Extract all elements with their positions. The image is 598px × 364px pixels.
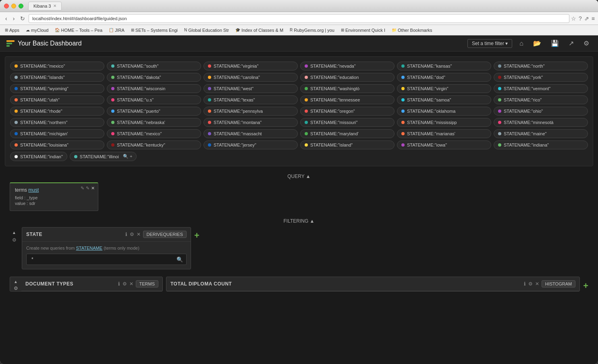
duplicate-icon[interactable]: ✎ (86, 186, 89, 191)
doc-close-btn[interactable]: ✕ (129, 281, 133, 287)
diploma-info-btn[interactable]: ℹ (524, 281, 526, 287)
menu-icon[interactable]: ≡ (592, 15, 595, 22)
state-tag[interactable]: STATENAME:"vermont" (494, 84, 588, 93)
save-icon[interactable]: 💾 (548, 38, 561, 48)
state-tag[interactable]: STATENAME:"education (300, 73, 395, 82)
close-button[interactable] (4, 4, 9, 8)
share-icon[interactable]: ↗ (566, 38, 576, 48)
tab-close-icon[interactable]: ✕ (53, 4, 56, 8)
diploma-close-btn[interactable]: ✕ (535, 281, 539, 287)
bookmark-env[interactable]: ⊞ Environment Quick I (339, 27, 387, 33)
cast-icon[interactable]: ⇗ (584, 15, 589, 22)
state-tag[interactable]: STATENAME:"virginia" (203, 62, 298, 70)
bookmark-apps[interactable]: ⊞ Apps (3, 27, 21, 33)
refresh-button[interactable]: ↻ (18, 14, 27, 23)
state-tag[interactable]: STATENAME:"michigan' (10, 129, 104, 138)
settings-icon[interactable]: ⚙ (581, 38, 592, 48)
derive-queries-btn[interactable]: DERIVEQUERIES (143, 231, 187, 238)
state-tag[interactable]: STATENAME:"utah" (10, 95, 104, 104)
state-tag[interactable]: STATENAME:"oregon" (300, 107, 395, 116)
state-tag[interactable]: STATENAME:"ohio" (494, 107, 588, 116)
state-tag[interactable]: STATENAME:"kentucky" (107, 141, 201, 149)
state-tag[interactable]: STATENAME:"texas" (203, 95, 298, 104)
filter-gear-btn[interactable]: ⚙ (130, 232, 134, 237)
browser-tab[interactable]: Kibana 3 ✕ (28, 2, 62, 10)
state-tag[interactable]: STATENAME:"nevada" (300, 62, 395, 70)
state-tag[interactable]: STATENAME:"west" (203, 84, 298, 93)
state-tag[interactable]: STATENAME:"mexico" (10, 62, 104, 70)
state-tag[interactable]: STATENAME:"puerto" (107, 107, 201, 116)
delete-icon[interactable]: ✕ (91, 186, 95, 191)
state-tag[interactable]: STATENAME:"oklahoma (397, 107, 491, 116)
doc-info-btn[interactable]: ℹ (118, 281, 120, 287)
doc-gear-btn[interactable]: ⚙ (123, 281, 127, 287)
state-tag[interactable]: STATENAME:"island" (300, 141, 395, 149)
bookmark-home[interactable]: 🏠 HOME – Tools – Pea (53, 27, 104, 33)
state-tag[interactable]: STATENAME:"dakota" (107, 73, 201, 82)
state-tag[interactable]: STATENAME:"dod" (397, 73, 491, 82)
state-tag[interactable]: STATENAME:"montana" (203, 118, 298, 127)
help-icon[interactable]: ? (579, 15, 582, 22)
bookmark-global-ed[interactable]: N Global Education Str (183, 27, 230, 33)
state-tag[interactable]: STATENAME:"massacht (203, 129, 298, 138)
state-tag[interactable]: STATENAME:"wisconsin (107, 84, 201, 93)
query-section-header[interactable]: QUERY ▲ (5, 170, 593, 182)
state-tag[interactable]: STATENAME:"u.s" (107, 95, 201, 104)
home-nav-icon[interactable]: ⌂ (517, 39, 526, 48)
state-tag[interactable]: STATENAME:"north" (494, 62, 588, 70)
forward-button[interactable]: › (11, 14, 17, 23)
filter-info-btn[interactable]: ℹ (125, 232, 127, 237)
diploma-gear-btn[interactable]: ⚙ (528, 281, 533, 287)
filter-settings-btn[interactable]: ⚙ (10, 237, 19, 243)
state-tag[interactable]: STATENAME:"virgin" (397, 84, 491, 93)
filter-close-btn[interactable]: ✕ (137, 232, 141, 237)
back-button[interactable]: ‹ (3, 14, 9, 23)
state-tag[interactable]: STATENAME:"islands" (10, 73, 104, 82)
state-tag[interactable]: STATENAME:"carolina" (203, 73, 298, 82)
state-tag[interactable]: STATENAME:"jersey" (203, 141, 298, 149)
bookmark-index-classes[interactable]: 🎓 Index of Classes & M (234, 27, 285, 33)
state-tag[interactable]: STATENAME:"mexico" (107, 129, 201, 138)
state-tag[interactable]: STATENAME:"maine" (494, 129, 588, 138)
time-filter-button[interactable]: Set a time filter ▾ (467, 39, 512, 48)
state-tag[interactable]: STATENAME:"indian" (10, 152, 67, 161)
must-link[interactable]: must (28, 187, 39, 193)
state-tag[interactable]: STATENAME:"pennsylva (203, 107, 298, 116)
bookmark-mycloud[interactable]: ☁ myCloud (24, 27, 50, 33)
doc-types-collapse-btn[interactable]: ▲ (12, 279, 19, 284)
state-tag[interactable]: STATENAME:"washingtò (300, 84, 395, 93)
add-panel-btn[interactable]: + (583, 277, 588, 292)
state-tag[interactable]: STATENAME:"kansas" (397, 62, 491, 70)
state-tag[interactable]: STATENAME:"louisiana" (10, 141, 104, 149)
state-tag[interactable]: STATENAME:"rhode" (10, 107, 104, 116)
state-tag[interactable]: STATENAME:"indiana" (494, 141, 588, 149)
filter-collapse-btn[interactable]: ▲ (10, 230, 19, 235)
bookmark-jira[interactable]: 📋 JIRA (107, 27, 126, 33)
state-tag[interactable]: STATENAME:"marianas' (397, 129, 491, 138)
statename-link[interactable]: STATENAME (76, 246, 103, 250)
minimize-button[interactable] (11, 4, 16, 8)
state-tag[interactable]: STATENAME:"iowa" (397, 141, 491, 149)
state-tag[interactable]: STATENAME:"south" (107, 62, 201, 70)
bookmark-sets[interactable]: ⊞ SETs – Systems Engi (129, 27, 179, 33)
bookmark-other[interactable]: 📁 Other Bookmarks (390, 27, 434, 33)
state-tag[interactable]: STATENAME:"nebraska' (107, 118, 201, 127)
filter-search-input[interactable] (30, 254, 176, 265)
add-filter-btn[interactable]: + (194, 227, 199, 241)
state-tag[interactable]: STATENAME:"mississipp (397, 118, 491, 127)
filtering-section-header[interactable]: FILTERING ▲ (5, 215, 593, 227)
filter-search-btn[interactable]: 🔍 (176, 256, 183, 263)
state-tag[interactable]: STATENAME:"rico" (494, 95, 588, 104)
maximize-button[interactable] (19, 4, 23, 8)
state-tag[interactable]: STATENAME:"minnesotà (494, 118, 588, 127)
doc-types-settings-btn[interactable]: ⚙ (12, 285, 19, 291)
star-icon[interactable]: ☆ (571, 15, 576, 22)
state-tag[interactable]: STATENAME:"northern" (10, 118, 104, 127)
state-tag[interactable]: STATENAME:"illinoi 🔍 + (70, 152, 137, 161)
state-tag[interactable]: STATENAME:"york" (494, 73, 588, 82)
state-tag[interactable]: STATENAME:"wyoming" (10, 84, 104, 93)
folder-open-icon[interactable]: 📂 (531, 38, 544, 48)
state-tag[interactable]: STATENAME:"tennessee (300, 95, 395, 104)
bookmark-rubygems[interactable]: R RubyGems.org | you (288, 27, 336, 33)
state-tag[interactable]: STATENAME:"maryland' (300, 129, 395, 138)
